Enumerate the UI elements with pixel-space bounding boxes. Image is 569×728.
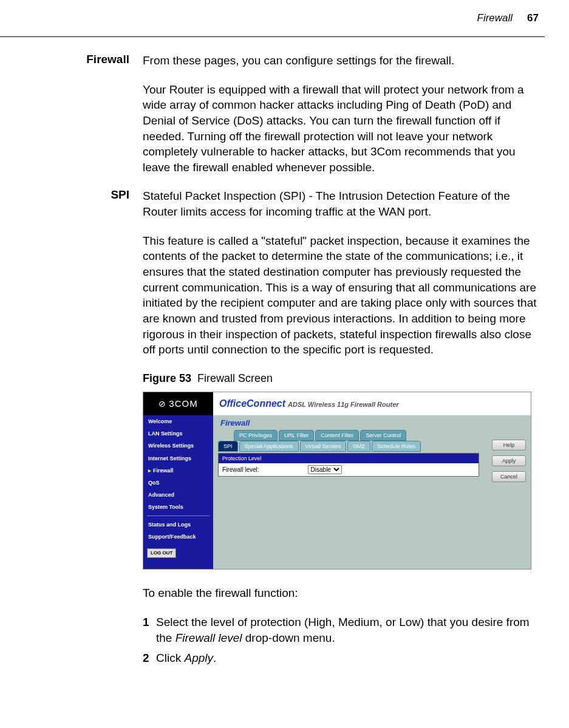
panel-header: Protection Level <box>219 454 479 463</box>
step-text: Select the level of protection (High, Me… <box>156 614 545 645</box>
tab-url-filter[interactable]: URL Filter <box>279 430 314 441</box>
sidebar-item-welcome[interactable]: Welcome <box>143 415 213 427</box>
sidebar-item-firewall[interactable]: Firewall <box>143 464 213 477</box>
sidebar-divider <box>147 515 210 516</box>
cancel-button[interactable]: Cancel <box>492 471 526 482</box>
main-area: Firewall PC Privileges URL Filter Conten… <box>213 415 531 569</box>
sidebar-item-internet[interactable]: Internet Settings <box>143 452 213 464</box>
brand-text: 3COM <box>169 398 197 410</box>
firewall-level-label: Firewall level: <box>222 466 259 474</box>
figure-caption-text: Firewall Screen <box>197 372 273 384</box>
sidebar-item-support[interactable]: Support/Feedback <box>143 531 213 543</box>
help-button[interactable]: Help <box>492 440 526 451</box>
tabs-row-2: SPI Special Applications Virtual Servers… <box>218 441 526 452</box>
tab-content-filter[interactable]: Content Filter <box>315 430 359 441</box>
brand-logo: ⊘ 3COM <box>143 392 213 415</box>
step-2: 2 Click Apply. <box>143 650 545 666</box>
sidebar-item-systemtools[interactable]: System Tools <box>143 501 213 513</box>
sidebar-item-wireless[interactable]: Wireless Settings <box>143 440 213 452</box>
step-1: 1 Select the level of protection (High, … <box>143 614 545 645</box>
header-rule <box>0 36 545 37</box>
figure-caption: Figure 53 Firewall Screen <box>143 371 545 386</box>
firewall-level-select[interactable]: Disable <box>308 465 342 474</box>
right-buttons: Help Apply Cancel <box>492 440 526 482</box>
apply-button[interactable]: Apply <box>492 455 526 466</box>
step-number: 1 <box>143 614 156 645</box>
tabs-row-1: PC Privileges URL Filter Content Filter … <box>234 430 526 441</box>
body-text: Stateful Packet Inspection (SPI) - The I… <box>143 188 545 219</box>
figure-label: Figure 53 <box>143 372 191 384</box>
tab-spi[interactable]: SPI <box>218 441 238 452</box>
tab-virtual-servers[interactable]: Virtual Servers <box>300 441 347 452</box>
body-text: From these pages, you can configure sett… <box>143 53 545 69</box>
step-text: Click Apply. <box>156 650 216 666</box>
steps-list: 1 Select the level of protection (High, … <box>143 614 545 666</box>
steps-intro: To enable the firewall function: <box>143 585 545 601</box>
product-title: OfficeConnect ADSL Wireless 11g Firewall… <box>213 397 399 410</box>
product-sub: ADSL Wireless 11g Firewall Router <box>288 400 398 409</box>
tab-pc-privileges[interactable]: PC Privileges <box>234 430 278 441</box>
sidebar-item-status[interactable]: Status and Logs <box>143 519 213 531</box>
body-text: Your Router is equipped with a firewall … <box>143 82 545 175</box>
tab-dmz[interactable]: DMZ <box>347 441 370 452</box>
page-header: Firewall 67 <box>0 12 545 36</box>
body-text: This feature is called a "stateful" pack… <box>143 233 545 358</box>
firewall-screenshot: ⊘ 3COM OfficeConnect ADSL Wireless 11g F… <box>143 392 531 570</box>
sidebar-item-lan[interactable]: LAN Settings <box>143 427 213 440</box>
header-section-label: Firewall <box>477 12 513 24</box>
tab-schedule-rules[interactable]: Schedule Rules <box>372 441 421 452</box>
section-heading-firewall: Firewall <box>0 53 143 188</box>
sidebar: Welcome LAN Settings Wireless Settings I… <box>143 415 213 569</box>
page-section-title: Firewall <box>220 418 526 429</box>
shot-header: ⊘ 3COM OfficeConnect ADSL Wireless 11g F… <box>143 392 531 415</box>
tab-special-apps[interactable]: Special Applications <box>239 441 299 452</box>
product-main: OfficeConnect <box>219 397 285 410</box>
document-page: Firewall 67 Firewall From these pages, y… <box>0 0 569 695</box>
page-number: 67 <box>527 12 539 24</box>
step-number: 2 <box>143 650 156 666</box>
protection-panel: Protection Level Firewall level: Disable <box>218 453 479 477</box>
logout-button[interactable]: LOG OUT <box>147 548 176 559</box>
section-heading-spi: SPI <box>0 188 143 670</box>
sidebar-item-qos[interactable]: QoS <box>143 477 213 489</box>
sidebar-item-advanced[interactable]: Advanced <box>143 489 213 501</box>
tab-server-control[interactable]: Server Control <box>360 430 406 441</box>
rings-icon: ⊘ <box>158 398 166 410</box>
